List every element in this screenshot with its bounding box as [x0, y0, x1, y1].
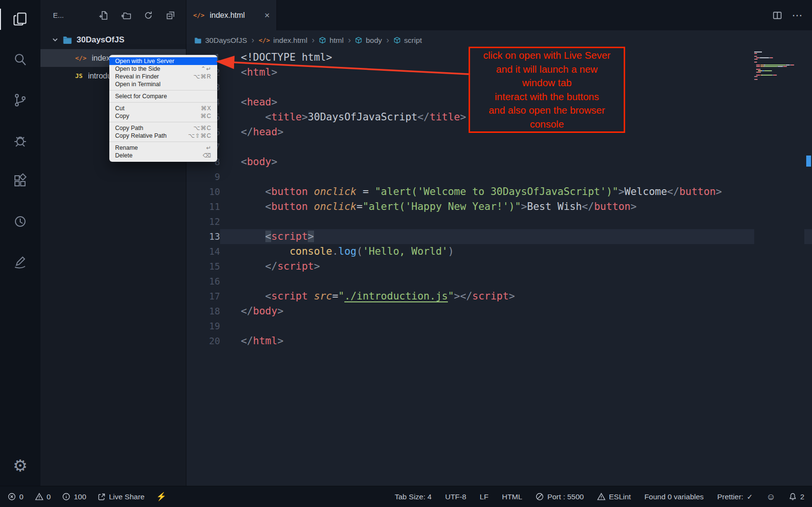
check-icon: ✓ — [747, 493, 753, 501]
bell-icon — [789, 493, 797, 501]
chevron-right-icon: › — [348, 35, 351, 45]
status-prettier[interactable]: Prettier: ✓ — [717, 493, 753, 501]
overview-ruler-marker[interactable] — [806, 156, 811, 167]
warning-icon — [597, 493, 605, 501]
minimap[interactable] — [754, 50, 804, 486]
code-line[interactable]: 18</body> — [186, 304, 812, 319]
info-icon — [62, 493, 70, 501]
extensions-icon[interactable] — [10, 170, 31, 192]
code-line[interactable]: 14 console.log('Hello, World') — [186, 244, 812, 259]
run-debug-icon[interactable] — [10, 130, 31, 151]
menu-separator — [109, 90, 217, 91]
html-file-icon: </> — [259, 37, 270, 44]
menu-item-open-with-live-server[interactable]: Open with Live Server — [109, 57, 217, 65]
explorer-header: E... — [40, 0, 186, 30]
status-variables[interactable]: Found 0 variables — [644, 493, 704, 501]
chevron-down-icon — [52, 37, 58, 43]
code-line[interactable]: 19 — [186, 319, 812, 334]
new-folder-icon[interactable] — [121, 11, 131, 20]
error-icon — [8, 493, 16, 501]
notifications-bell[interactable]: 2 — [789, 493, 804, 501]
settings-gear-icon[interactable]: ⚙ — [10, 455, 31, 476]
line-number: 15 — [186, 259, 220, 274]
more-actions-icon[interactable]: ⋯ — [792, 10, 802, 21]
menu-item-copy[interactable]: Copy⌘C — [109, 112, 217, 120]
code-line[interactable]: 12 — [186, 214, 812, 229]
line-number: 9 — [186, 169, 220, 184]
live-share-button[interactable]: Live Share — [98, 493, 144, 501]
explorer-icon[interactable] — [10, 9, 31, 30]
tab-bar: </> index.html × ⋯ — [186, 0, 812, 30]
feedback-smiley-icon[interactable]: ☺ — [766, 492, 775, 502]
line-number: 12 — [186, 214, 220, 229]
tab-index-html[interactable]: </> index.html × — [186, 0, 277, 30]
folder-label: 30DaysOfJS — [77, 35, 124, 45]
search-icon[interactable] — [10, 49, 31, 70]
status-info[interactable]: 100 — [62, 493, 86, 501]
breadcrumb-item-script[interactable]: script — [393, 36, 422, 45]
menu-item-delete[interactable]: Delete⌫ — [109, 152, 217, 159]
menu-item-open-in-terminal[interactable]: Open in Terminal — [109, 80, 217, 88]
line-number: 20 — [186, 334, 220, 349]
status-language[interactable]: HTML — [502, 493, 522, 501]
menu-item-copy-path[interactable]: Copy Path⌥⌘C — [109, 124, 217, 132]
status-bar: 0 0 100 Live Share ⚡ — [0, 486, 812, 507]
refresh-icon[interactable] — [144, 11, 153, 20]
context-menu: Open with Live ServerOpen to the Side⌃↵R… — [109, 55, 217, 162]
code-line[interactable]: 8<body> — [186, 155, 812, 169]
chevron-right-icon: › — [251, 35, 254, 45]
menu-item-select-for-compare[interactable]: Select for Compare — [109, 92, 217, 100]
line-number: 18 — [186, 304, 220, 319]
folder-icon — [194, 37, 202, 44]
code-line[interactable]: 11 <button onclick="alert('Happy New Yea… — [186, 199, 812, 214]
code-line[interactable]: 16 — [186, 274, 812, 289]
close-tab-icon[interactable]: × — [264, 10, 270, 21]
breadcrumb-item-html[interactable]: html — [319, 36, 343, 45]
warning-icon — [35, 493, 43, 501]
symbol-cube-icon — [393, 37, 401, 44]
menu-item-cut[interactable]: Cut⌘X — [109, 104, 217, 112]
status-eslint[interactable]: ESLint — [597, 493, 631, 501]
code-line[interactable]: 20</html> — [186, 334, 812, 349]
history-icon[interactable] — [10, 211, 31, 232]
menu-item-open-to-the-side[interactable]: Open to the Side⌃↵ — [109, 65, 217, 73]
code-line[interactable]: 10 <button onclick = "alert('Welcome to … — [186, 184, 812, 199]
folder-icon — [63, 36, 72, 44]
code-line[interactable]: 7 — [186, 140, 812, 155]
code-line[interactable]: 13 <script> — [186, 229, 812, 244]
folder-row-30daysofjs[interactable]: 30DaysOfJS — [40, 30, 186, 49]
split-editor-icon[interactable] — [773, 11, 782, 20]
source-control-icon[interactable] — [10, 90, 31, 111]
symbol-cube-icon — [319, 37, 326, 44]
activity-bar: ⚙ — [0, 0, 40, 486]
chevron-right-icon: › — [386, 35, 389, 45]
menu-separator — [109, 122, 217, 122]
menu-separator — [109, 142, 217, 142]
breadcrumb-item-file[interactable]: </> index.html — [259, 36, 307, 45]
menu-separator — [109, 102, 217, 103]
status-tab-size[interactable]: Tab Size: 4 — [395, 493, 432, 501]
status-port[interactable]: Port : 5500 — [536, 493, 584, 501]
code-line[interactable]: 17 <script src="./introduction.js"></scr… — [186, 289, 812, 304]
status-encoding[interactable]: UTF-8 — [445, 493, 466, 501]
lightning-icon[interactable]: ⚡ — [156, 492, 166, 502]
line-number: 14 — [186, 244, 220, 259]
menu-item-copy-relative-path[interactable]: Copy Relative Path⌥⇧⌘C — [109, 132, 217, 140]
menu-item-rename[interactable]: Rename↵ — [109, 144, 217, 152]
collapse-all-icon[interactable] — [166, 11, 175, 20]
feedback-pen-icon[interactable] — [10, 251, 31, 273]
breadcrumb-item-body[interactable]: body — [355, 36, 382, 45]
code-line[interactable]: 9 — [186, 169, 812, 184]
status-eol[interactable]: LF — [480, 493, 488, 501]
chevron-right-icon: › — [312, 35, 314, 45]
new-file-icon[interactable] — [99, 11, 109, 20]
menu-item-reveal-in-finder[interactable]: Reveal in Finder⌥⌘R — [109, 73, 217, 80]
symbol-cube-icon — [355, 37, 362, 44]
status-warnings[interactable]: 0 — [35, 493, 51, 501]
vscode-window: ⚙ E... — [0, 0, 812, 507]
line-number: 17 — [186, 289, 220, 304]
code-line[interactable]: 15 </script> — [186, 259, 812, 274]
breadcrumb-item-folder[interactable]: 30DaysOfJS — [194, 36, 247, 45]
status-errors[interactable]: 0 — [8, 493, 24, 501]
explorer-title: E... — [53, 11, 64, 19]
